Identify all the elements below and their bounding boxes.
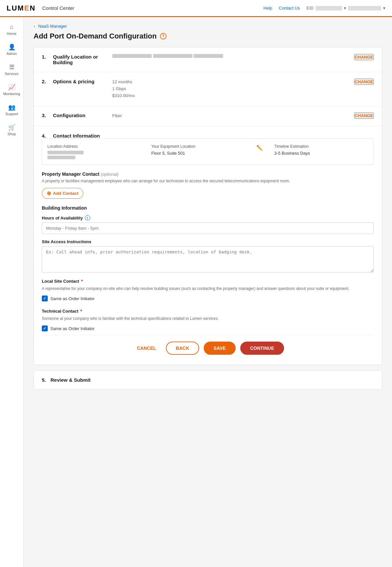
eid-value xyxy=(316,6,342,11)
equipment-location-value: Floor 5, Suite 501 xyxy=(151,151,246,156)
technical-contact-label-text: Technical Contact xyxy=(42,309,78,314)
step-2-price: $310.00/mo xyxy=(112,92,354,99)
step-2-row: 2. Options & pricing 12 months 1 Gbps $3… xyxy=(34,72,382,106)
step-2-months: 12 months xyxy=(112,79,354,86)
main-content: ‹ NaaS Manager Add Port On-Demand Config… xyxy=(24,17,392,567)
app-title: Control Center xyxy=(42,5,74,11)
step-3-value: Fiber xyxy=(112,113,354,119)
home-icon: ⌂ xyxy=(10,24,13,31)
site-access-label: Site Access Instructions xyxy=(42,239,374,244)
step-4-number: 4. xyxy=(42,133,48,139)
step-2-speed: 1 Gbps xyxy=(112,86,354,92)
technical-contact-checkbox-row: Same as Order Initiator xyxy=(42,325,374,331)
support-icon: 👥 xyxy=(8,104,15,111)
property-manager-title-text: Property Manager Contact xyxy=(42,171,99,177)
step-3-change-button[interactable]: CHANGE xyxy=(354,113,374,119)
site-access-textarea[interactable] xyxy=(42,246,374,272)
site-access-label-text: Site Access Instructions xyxy=(42,239,91,244)
local-site-desc: A representative for your company on-sit… xyxy=(42,286,374,292)
step-1-change-button[interactable]: CHANGE xyxy=(354,54,374,60)
step-1-blurred-address-2 xyxy=(153,54,193,58)
add-contact-plus-icon: ⊕ xyxy=(47,190,51,196)
sidebar-item-home[interactable]: ⌂ Home xyxy=(0,20,23,39)
services-icon: ☰ xyxy=(9,64,14,71)
sidebar-item-label-home: Home xyxy=(7,32,16,36)
sidebar-item-monitoring[interactable]: 📈 Monitoring xyxy=(0,80,23,99)
action-buttons: CANCEL BACK SAVE CONTINUE xyxy=(42,335,374,358)
local-site-checkbox-row: Same as Order Initiator xyxy=(42,296,374,301)
contact-info-card: Location Address Your Equipment Location… xyxy=(42,139,374,165)
property-manager-desc: A property or facilities management empl… xyxy=(42,178,374,184)
add-contact-button[interactable]: ⊕ Add Contact xyxy=(42,188,83,199)
nav-links: Help Contact Us EID ▾ ▾ xyxy=(263,6,385,11)
property-manager-section: Property Manager Contact (optional) A pr… xyxy=(42,171,374,205)
page-layout: ⌂ Home 👤 Admin ☰ Services 📈 Monitoring 👥… xyxy=(0,17,392,567)
sidebar-item-shop[interactable]: 🛒 Shop xyxy=(0,120,23,139)
location-address-value xyxy=(47,151,142,159)
step-5-label: Review & Submit xyxy=(51,377,91,383)
timeline-label: Timeline Estimation xyxy=(274,144,368,149)
step-2-label: Options & pricing xyxy=(53,79,112,84)
step-4-label: Contact Information xyxy=(53,133,112,139)
step-1-number: 1. xyxy=(42,54,48,60)
step-1-row: 1. Qualify Location orBuilding CHANGE xyxy=(34,47,382,72)
contact-us-link[interactable]: Contact Us xyxy=(279,6,300,11)
step-2-change-button[interactable]: CHANGE xyxy=(354,79,374,85)
technical-contact-checkbox-label: Same as Order Initiator xyxy=(50,326,94,331)
step-3-label: Configuration xyxy=(53,113,112,118)
step-3-number: 3. xyxy=(42,113,48,118)
page-title: Add Port On-Demand Configuration ? xyxy=(34,32,382,40)
back-button[interactable]: BACK xyxy=(166,342,199,355)
technical-contact-checkbox[interactable] xyxy=(42,325,48,331)
building-info-title: Building Information xyxy=(42,205,374,211)
cancel-button[interactable]: CANCEL xyxy=(132,343,161,353)
step-3-fiber: Fiber xyxy=(112,113,122,118)
step-4-header: 4. Contact Information xyxy=(34,126,382,139)
step-1-blurred-address-3 xyxy=(194,54,223,58)
property-manager-optional: (optional) xyxy=(101,172,118,177)
local-site-checkbox-label: Same as Order Initiator xyxy=(50,296,94,301)
hours-label-text: Hours of Availability xyxy=(42,216,83,220)
timeline-col: Timeline Estimation 3-5 Business Days xyxy=(274,144,368,156)
sidebar-item-label-admin: Admin xyxy=(7,52,17,56)
top-navigation: LUMEN Control Center Help Contact Us EID… xyxy=(0,0,392,17)
step-2-value: 12 months 1 Gbps $310.00/mo xyxy=(112,79,354,99)
hours-input[interactable] xyxy=(42,222,374,234)
monitoring-icon: 📈 xyxy=(8,84,15,91)
sidebar-item-services[interactable]: ☰ Services xyxy=(0,60,23,79)
location-blurred-1 xyxy=(47,151,84,154)
sidebar-item-support[interactable]: 👥 Support xyxy=(0,100,23,119)
step-5-number: 5. xyxy=(42,377,46,383)
technical-contact-desc: Someone at your company who is familiar … xyxy=(42,316,374,322)
location-address-label: Location Address xyxy=(47,144,142,149)
equipment-location-label: Your Equipment Location xyxy=(151,144,246,149)
continue-button[interactable]: CONTINUE xyxy=(240,342,284,355)
hours-info-icon[interactable]: i xyxy=(85,215,90,220)
breadcrumb-back-arrow: ‹ xyxy=(34,24,35,29)
sidebar-item-admin[interactable]: 👤 Admin xyxy=(0,40,23,59)
equipment-location-col: Your Equipment Location Floor 5, Suite 5… xyxy=(151,144,246,156)
local-site-required-star: * xyxy=(81,279,83,284)
step-4-content: Location Address Your Equipment Location… xyxy=(34,139,382,365)
hours-label: Hours of Availability i xyxy=(42,215,374,220)
shop-icon: 🛒 xyxy=(8,124,15,131)
breadcrumb-link[interactable]: NaaS Manager xyxy=(38,24,67,29)
step-1-label: Qualify Location orBuilding xyxy=(53,54,112,65)
step-3-row: 3. Configuration Fiber CHANGE xyxy=(34,106,382,126)
local-site-checkbox[interactable] xyxy=(42,296,48,301)
eid-label: EID xyxy=(306,6,314,11)
technical-contact-required-star: * xyxy=(80,309,82,314)
admin-icon: 👤 xyxy=(8,43,15,51)
location-address-col: Location Address xyxy=(47,144,142,159)
local-site-label-text: Local Site Contact xyxy=(42,279,79,284)
step-1-value xyxy=(112,54,354,61)
sidebar-item-label-support: Support xyxy=(5,112,18,116)
save-button[interactable]: SAVE xyxy=(204,342,236,355)
logo: LUMEN xyxy=(7,4,36,13)
step-1-blurred-address-1 xyxy=(112,54,152,58)
eid-account xyxy=(348,6,381,11)
help-link[interactable]: Help xyxy=(263,6,272,11)
help-tooltip-icon[interactable]: ? xyxy=(160,33,167,39)
steps-card: 1. Qualify Location orBuilding CHANGE 2.… xyxy=(34,47,382,365)
edit-equipment-button[interactable]: ✏️ xyxy=(255,143,264,152)
